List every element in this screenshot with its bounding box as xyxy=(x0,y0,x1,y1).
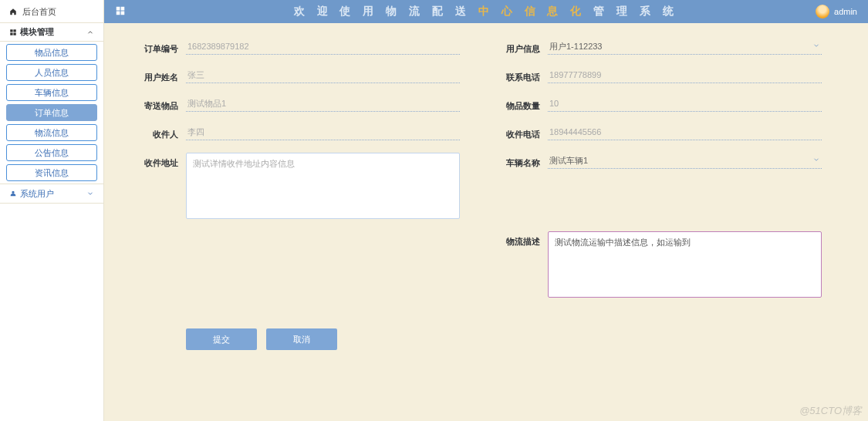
sidebar-item-people[interactable]: 人员信息 xyxy=(6,64,97,81)
grid-icon xyxy=(9,29,17,36)
chevron-down-icon xyxy=(812,156,820,165)
sidebar: 后台首页 模块管理 物品信息人员信息车辆信息订单信息物流信息公告信息资讯信息 系… xyxy=(0,0,104,421)
label-user-info: 用户信息 xyxy=(497,39,540,55)
submit-button[interactable]: 提交 xyxy=(186,328,257,350)
field-recv-phone: 收件电话 xyxy=(497,124,822,140)
textarea-recv-addr[interactable] xyxy=(186,153,460,219)
label-item-qty: 物品数量 xyxy=(497,96,540,112)
label-send-item: 寄送物品 xyxy=(135,96,178,112)
topbar: 欢 迎 使 用 物 流 配 送 中 心 信 息 化 管 理 系 统 admin xyxy=(104,0,868,23)
dashboard-icon[interactable] xyxy=(115,5,126,18)
sidebar-item-order[interactable]: 订单信息 xyxy=(6,104,97,121)
input-send-item[interactable] xyxy=(186,96,460,112)
field-recipient: 收件人 xyxy=(135,124,460,140)
label-phone: 联系电话 xyxy=(497,67,540,83)
sidebar-item-news[interactable]: 资讯信息 xyxy=(6,164,97,181)
user-area[interactable]: admin xyxy=(816,5,857,19)
order-form: 订单编号 用户信息 用户姓名 联系电话 寄送物品 物品数量 收件人 xyxy=(135,39,822,350)
home-link-text: 后台首页 xyxy=(22,7,56,16)
field-user-name: 用户姓名 xyxy=(135,67,460,83)
input-order-no[interactable] xyxy=(186,39,460,55)
cancel-button[interactable]: 取消 xyxy=(266,328,337,350)
select-user-info-value[interactable] xyxy=(548,39,822,54)
field-vehicle: 车辆名称 xyxy=(497,153,822,224)
label-recv-addr: 收件地址 xyxy=(135,153,178,169)
chevron-down-icon xyxy=(86,190,94,197)
home-icon xyxy=(9,8,17,15)
field-logistic-desc: 物流描述 xyxy=(497,231,822,298)
select-user-info[interactable] xyxy=(548,39,822,55)
button-row: 提交 取消 xyxy=(135,328,822,350)
field-send-item: 寄送物品 xyxy=(135,96,460,112)
label-logistic-desc: 物流描述 xyxy=(497,231,540,248)
section-system-user-label: 系统用户 xyxy=(20,188,54,200)
select-vehicle[interactable] xyxy=(548,153,822,169)
section-module-mgmt-label: 模块管理 xyxy=(20,26,54,38)
input-recipient[interactable] xyxy=(186,124,460,140)
field-user-info: 用户信息 xyxy=(497,39,822,55)
sidebar-item-goods[interactable]: 物品信息 xyxy=(6,44,97,61)
field-phone: 联系电话 xyxy=(497,67,822,83)
label-recv-phone: 收件电话 xyxy=(497,124,540,140)
select-vehicle-value[interactable] xyxy=(548,153,822,168)
field-item-qty: 物品数量 xyxy=(497,96,822,112)
textarea-logistic-desc[interactable] xyxy=(548,231,822,298)
sidebar-item-logistic[interactable]: 物流信息 xyxy=(6,124,97,141)
chevron-down-icon xyxy=(812,42,820,51)
user-icon xyxy=(9,190,17,197)
username: admin xyxy=(834,7,857,16)
sidebar-item-notice[interactable]: 公告信息 xyxy=(6,144,97,161)
field-order-no: 订单编号 xyxy=(135,39,460,55)
sidebar-items: 物品信息人员信息车辆信息订单信息物流信息公告信息资讯信息 xyxy=(0,42,103,184)
watermark: @51CTO博客 xyxy=(799,404,862,418)
main-content: 订单编号 用户信息 用户姓名 联系电话 寄送物品 物品数量 收件人 xyxy=(104,23,868,421)
label-order-no: 订单编号 xyxy=(135,39,178,55)
avatar xyxy=(816,5,829,19)
home-link[interactable]: 后台首页 xyxy=(0,0,103,23)
label-vehicle: 车辆名称 xyxy=(497,153,540,169)
section-system-user[interactable]: 系统用户 xyxy=(0,184,103,204)
input-recv-phone[interactable] xyxy=(548,124,822,140)
section-module-mgmt[interactable]: 模块管理 xyxy=(0,23,103,42)
sidebar-item-vehicle[interactable]: 车辆信息 xyxy=(6,84,97,101)
input-item-qty[interactable] xyxy=(548,96,822,112)
field-recv-addr: 收件地址 xyxy=(135,153,460,219)
input-user-name[interactable] xyxy=(186,67,460,83)
input-phone[interactable] xyxy=(548,67,822,83)
chevron-up-icon xyxy=(86,29,94,36)
label-recipient: 收件人 xyxy=(135,124,178,140)
label-user-name: 用户姓名 xyxy=(135,67,178,83)
